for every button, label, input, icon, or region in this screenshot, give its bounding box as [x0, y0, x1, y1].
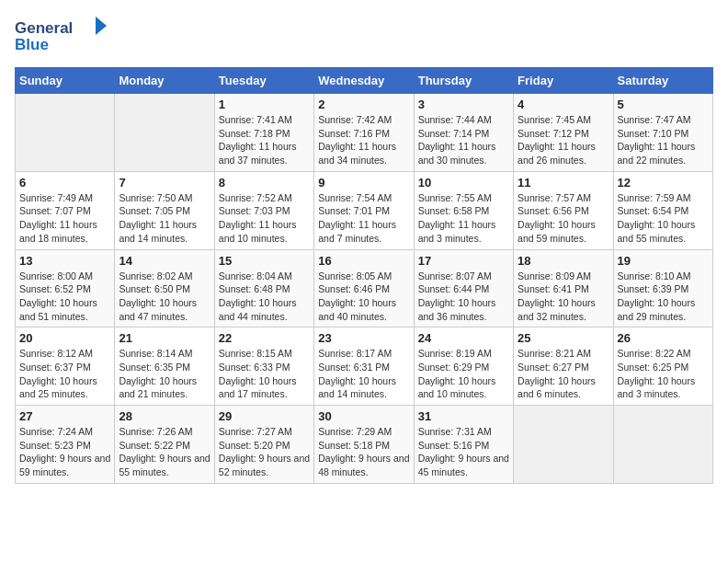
- day-info: Sunrise: 7:41 AMSunset: 7:18 PMDaylight:…: [219, 113, 310, 167]
- day-number: 20: [19, 331, 110, 345]
- calendar-cell: 7Sunrise: 7:50 AMSunset: 7:05 PMDaylight…: [115, 171, 214, 249]
- day-info: Sunrise: 8:00 AMSunset: 6:52 PMDaylight:…: [19, 270, 110, 324]
- day-number: 25: [518, 331, 609, 345]
- day-number: 4: [518, 98, 609, 111]
- day-info: Sunrise: 8:21 AMSunset: 6:27 PMDaylight:…: [518, 347, 609, 401]
- day-header-thursday: Thursday: [414, 68, 513, 94]
- day-header-tuesday: Tuesday: [214, 68, 313, 94]
- day-header-friday: Friday: [514, 68, 613, 94]
- calendar-cell: 3Sunrise: 7:44 AMSunset: 7:14 PMDaylight…: [414, 94, 513, 172]
- day-info: Sunrise: 8:15 AMSunset: 6:33 PMDaylight:…: [219, 347, 310, 401]
- calendar-cell: 5Sunrise: 7:47 AMSunset: 7:10 PMDaylight…: [613, 94, 712, 172]
- day-number: 31: [418, 409, 509, 423]
- day-number: 21: [119, 331, 210, 345]
- calendar-cell: 12Sunrise: 7:59 AMSunset: 6:54 PMDayligh…: [613, 171, 712, 249]
- calendar-cell: 8Sunrise: 7:52 AMSunset: 7:03 PMDaylight…: [214, 171, 313, 249]
- day-number: 30: [318, 409, 409, 423]
- day-number: 16: [318, 254, 409, 268]
- svg-text:General: General: [15, 19, 73, 37]
- day-header-monday: Monday: [115, 68, 214, 94]
- day-info: Sunrise: 8:10 AMSunset: 6:39 PMDaylight:…: [618, 270, 709, 324]
- day-number: 11: [518, 176, 609, 190]
- day-header-sunday: Sunday: [16, 68, 115, 94]
- calendar-cell: 20Sunrise: 8:12 AMSunset: 6:37 PMDayligh…: [16, 327, 115, 406]
- day-number: 22: [219, 331, 310, 345]
- calendar-cell: 13Sunrise: 8:00 AMSunset: 6:52 PMDayligh…: [16, 249, 115, 327]
- day-number: 29: [219, 409, 310, 423]
- day-header-saturday: Saturday: [613, 68, 712, 94]
- calendar-week-1: 1Sunrise: 7:41 AMSunset: 7:18 PMDaylight…: [16, 94, 713, 172]
- calendar-cell: 1Sunrise: 7:41 AMSunset: 7:18 PMDaylight…: [214, 94, 313, 172]
- day-info: Sunrise: 7:55 AMSunset: 6:58 PMDaylight:…: [418, 191, 509, 246]
- calendar-cell: [16, 94, 115, 172]
- day-info: Sunrise: 8:09 AMSunset: 6:41 PMDaylight:…: [518, 270, 609, 324]
- calendar-cell: 16Sunrise: 8:05 AMSunset: 6:46 PMDayligh…: [314, 249, 414, 327]
- calendar-cell: [115, 94, 214, 172]
- day-number: 15: [219, 254, 310, 268]
- calendar-cell: 21Sunrise: 8:14 AMSunset: 6:35 PMDayligh…: [115, 327, 214, 406]
- calendar-cell: 19Sunrise: 8:10 AMSunset: 6:39 PMDayligh…: [613, 249, 712, 327]
- day-info: Sunrise: 8:14 AMSunset: 6:35 PMDaylight:…: [119, 347, 210, 401]
- day-info: Sunrise: 7:27 AMSunset: 5:20 PMDaylight:…: [219, 425, 310, 479]
- calendar-cell: 15Sunrise: 8:04 AMSunset: 6:48 PMDayligh…: [214, 249, 313, 327]
- day-number: 14: [119, 254, 210, 268]
- calendar-cell: 23Sunrise: 8:17 AMSunset: 6:31 PMDayligh…: [314, 327, 414, 406]
- day-header-wednesday: Wednesday: [314, 68, 414, 94]
- day-info: Sunrise: 7:42 AMSunset: 7:16 PMDaylight:…: [318, 113, 409, 167]
- day-info: Sunrise: 7:44 AMSunset: 7:14 PMDaylight:…: [418, 113, 509, 167]
- calendar-cell: 18Sunrise: 8:09 AMSunset: 6:41 PMDayligh…: [514, 249, 613, 327]
- calendar-week-2: 6Sunrise: 7:49 AMSunset: 7:07 PMDaylight…: [16, 171, 713, 249]
- day-info: Sunrise: 8:04 AMSunset: 6:48 PMDaylight:…: [219, 270, 310, 324]
- calendar-cell: 22Sunrise: 8:15 AMSunset: 6:33 PMDayligh…: [214, 327, 313, 406]
- calendar-header: SundayMondayTuesdayWednesdayThursdayFrid…: [16, 68, 713, 94]
- day-number: 27: [19, 409, 110, 423]
- day-number: 7: [119, 176, 210, 190]
- day-number: 13: [19, 254, 110, 268]
- day-info: Sunrise: 8:17 AMSunset: 6:31 PMDaylight:…: [318, 347, 409, 401]
- calendar-cell: 11Sunrise: 7:57 AMSunset: 6:56 PMDayligh…: [514, 171, 613, 249]
- day-info: Sunrise: 7:52 AMSunset: 7:03 PMDaylight:…: [219, 191, 310, 246]
- calendar-week-5: 27Sunrise: 7:24 AMSunset: 5:23 PMDayligh…: [16, 406, 713, 484]
- day-number: 28: [119, 409, 210, 423]
- day-info: Sunrise: 7:24 AMSunset: 5:23 PMDaylight:…: [19, 425, 110, 479]
- day-number: 9: [318, 176, 409, 190]
- day-number: 12: [618, 176, 709, 190]
- day-number: 8: [219, 176, 310, 190]
- day-number: 26: [618, 331, 709, 345]
- day-number: 19: [618, 254, 709, 268]
- calendar-body: 1Sunrise: 7:41 AMSunset: 7:18 PMDaylight…: [16, 94, 713, 484]
- svg-text:Blue: Blue: [15, 36, 49, 53]
- day-info: Sunrise: 7:59 AMSunset: 6:54 PMDaylight:…: [618, 191, 709, 246]
- calendar-cell: 10Sunrise: 7:55 AMSunset: 6:58 PMDayligh…: [414, 171, 513, 249]
- day-info: Sunrise: 8:02 AMSunset: 6:50 PMDaylight:…: [119, 270, 210, 324]
- calendar-cell: 17Sunrise: 8:07 AMSunset: 6:44 PMDayligh…: [414, 249, 513, 327]
- day-info: Sunrise: 7:50 AMSunset: 7:05 PMDaylight:…: [119, 191, 210, 246]
- day-number: 3: [418, 98, 509, 111]
- calendar-cell: [613, 406, 712, 484]
- day-info: Sunrise: 7:31 AMSunset: 5:16 PMDaylight:…: [418, 425, 509, 479]
- page-header: General Blue: [15, 15, 713, 56]
- calendar-cell: 26Sunrise: 8:22 AMSunset: 6:25 PMDayligh…: [613, 327, 712, 406]
- logo: General Blue: [15, 15, 107, 56]
- calendar-cell: 25Sunrise: 8:21 AMSunset: 6:27 PMDayligh…: [514, 327, 613, 406]
- calendar-cell: 29Sunrise: 7:27 AMSunset: 5:20 PMDayligh…: [214, 406, 313, 484]
- day-info: Sunrise: 7:47 AMSunset: 7:10 PMDaylight:…: [618, 113, 709, 167]
- day-number: 10: [418, 176, 509, 190]
- calendar-cell: 4Sunrise: 7:45 AMSunset: 7:12 PMDaylight…: [514, 94, 613, 172]
- day-info: Sunrise: 8:05 AMSunset: 6:46 PMDaylight:…: [318, 270, 409, 324]
- day-info: Sunrise: 8:07 AMSunset: 6:44 PMDaylight:…: [418, 270, 509, 324]
- day-info: Sunrise: 7:29 AMSunset: 5:18 PMDaylight:…: [318, 425, 409, 479]
- day-info: Sunrise: 7:26 AMSunset: 5:22 PMDaylight:…: [119, 425, 210, 479]
- day-number: 23: [318, 331, 409, 345]
- day-number: 2: [318, 98, 409, 111]
- day-info: Sunrise: 7:57 AMSunset: 6:56 PMDaylight:…: [518, 191, 609, 246]
- calendar-cell: 2Sunrise: 7:42 AMSunset: 7:16 PMDaylight…: [314, 94, 414, 172]
- day-number: 6: [19, 176, 110, 190]
- day-info: Sunrise: 8:12 AMSunset: 6:37 PMDaylight:…: [19, 347, 110, 401]
- calendar-cell: 28Sunrise: 7:26 AMSunset: 5:22 PMDayligh…: [115, 406, 214, 484]
- day-info: Sunrise: 8:22 AMSunset: 6:25 PMDaylight:…: [618, 347, 709, 401]
- day-number: 17: [418, 254, 509, 268]
- calendar-cell: 24Sunrise: 8:19 AMSunset: 6:29 PMDayligh…: [414, 327, 513, 406]
- day-number: 5: [618, 98, 709, 111]
- calendar-cell: 31Sunrise: 7:31 AMSunset: 5:16 PMDayligh…: [414, 406, 513, 484]
